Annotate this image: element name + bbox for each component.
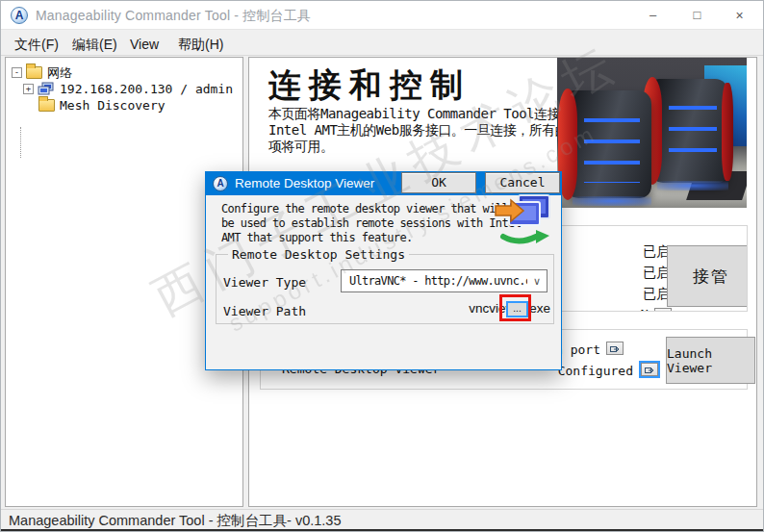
app-window: A Manageability Commander Tool - 控制台工具 –… [0,0,764,532]
description-line: 本页面将Manageability Commander Tool连接到目标 [268,106,607,122]
status-text: Manageability Commander Tool - 控制台工具- v0… [9,512,341,530]
toggle-icon-button-selected[interactable] [641,363,658,376]
tree-item-label[interactable]: 网络 [47,64,72,82]
viewer-path-value: vncviewer.exe [437,301,550,316]
menu-file[interactable]: 文件(F) [9,35,64,56]
tree-item-label[interactable]: 192.168.200.130 / admin [60,82,233,96]
status-row-partial: N [641,307,672,312]
remote-desktop-icon [494,193,553,245]
viewer-type-select[interactable]: UltraVNC* - http://www.uvnc.com ∨ [341,269,548,292]
title-bar: A Manageability Commander Tool - 控制台工具 –… [1,1,763,30]
minimize-button[interactable]: – [631,1,675,30]
toggle-icon-button[interactable] [654,308,672,312]
server-photo [557,58,747,208]
viewer-type-value: UltraVNC* - http://www.uvnc.com [342,274,527,288]
menu-bar: 文件(F) 编辑(E) View 帮助(H) [1,31,763,56]
intro-line: be used to establish remote sessions wit… [221,216,521,231]
take-over-button[interactable]: 接管 [667,245,748,307]
intro-line: AMT that support this feature. [221,231,521,245]
page-description: 本页面将Manageability Commander Tool连接到目标 In… [268,106,607,155]
collapse-icon[interactable]: - [12,67,22,78]
app-icon: A [11,7,28,24]
status-value: N [641,307,649,312]
remote-desktop-viewer-dialog: A Remote Desktop Viewer — ✕ Configure th… [205,171,562,370]
folder-icon [38,99,55,112]
close-button[interactable]: × [718,1,761,30]
tree-item-host[interactable]: + 192.168.200.130 / admin [23,81,233,97]
browse-button[interactable]: ... [506,301,528,317]
expand-icon[interactable]: + [23,84,34,94]
computer-icon [38,82,55,96]
maximize-button[interactable]: □ [675,1,719,30]
dialog-intro-text: Configure the remote desktop viewer that… [221,202,521,245]
server-tower [565,90,651,198]
ok-button[interactable]: OK [401,172,476,193]
menu-help[interactable]: 帮助(H) [172,35,229,56]
viewer-path-label: Viewer Path [223,304,306,318]
folder-icon [26,66,42,79]
dialog-app-icon: A [213,176,228,191]
cancel-button[interactable]: Cancel [485,172,560,193]
menu-view[interactable]: View [124,35,165,54]
launch-viewer-button[interactable]: Launch Viewer [666,337,755,384]
page-title: 连接和控制 [268,63,471,108]
red-highlight-annotation: ... [499,294,531,321]
dialog-title: Remote Desktop Viewer [235,176,374,190]
settings-group-label: Remote Desktop Settings [228,247,409,262]
window-title: Manageability Commander Tool - 控制台工具 [36,8,311,25]
description-line: 项将可用。 [268,139,607,155]
viewer-type-label: Viewer Type [223,275,306,290]
toggle-icon-button[interactable] [606,342,624,355]
tree-connector-line [20,127,21,158]
server-tower [649,79,728,183]
tree-item-network[interactable]: - 网络 [12,64,72,81]
description-line: Intel AMT主机的Web服务接口。一旦连接，所有的管理选 [268,122,607,139]
menu-edit[interactable]: 编辑(E) [66,35,123,56]
tree-item-mesh-discovery[interactable]: Mesh Discovery [23,97,166,114]
status-bar: Manageability Commander Tool - 控制台工具- v0… [1,509,763,529]
chevron-down-icon[interactable]: ∨ [527,275,547,288]
tree-item-label[interactable]: Mesh Discovery [60,98,166,113]
intro-line: Configure the remote desktop viewer that… [221,202,521,216]
